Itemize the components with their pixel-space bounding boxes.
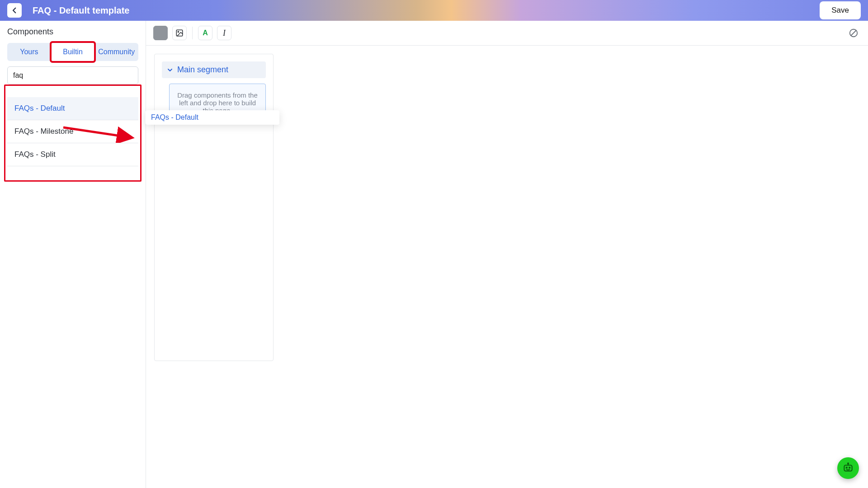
segment-title: Main segment <box>177 65 228 75</box>
no-symbol-icon <box>849 28 859 38</box>
image-icon <box>175 29 184 37</box>
text-color-icon: A <box>203 29 208 37</box>
image-tool-button[interactable] <box>172 26 187 40</box>
svg-point-7 <box>848 463 849 464</box>
chevron-down-icon <box>166 66 174 74</box>
tab-yours[interactable]: Yours <box>7 43 51 61</box>
component-source-tabs: Yours Builtin Community <box>7 43 138 61</box>
tab-builtin[interactable]: Builtin <box>51 43 95 61</box>
result-faqs-default[interactable]: FAQs - Default <box>7 97 138 120</box>
help-chat-fab[interactable] <box>837 457 859 479</box>
editor-main: A I Main segment Drag components from th… <box>146 21 868 488</box>
sidebar-title: Components <box>7 27 138 37</box>
italic-icon: I <box>223 28 226 38</box>
back-button[interactable] <box>7 3 22 18</box>
canvas-page: Main segment Drag components from the le… <box>154 54 274 361</box>
svg-point-8 <box>846 467 847 468</box>
chatbot-icon <box>842 462 854 474</box>
svg-point-9 <box>849 467 850 468</box>
text-color-button[interactable]: A <box>198 26 212 40</box>
segment-header[interactable]: Main segment <box>162 61 266 78</box>
search-results: FAQs - Default FAQs - Milestone FAQs - S… <box>7 97 138 166</box>
component-search-input[interactable] <box>7 66 138 84</box>
components-sidebar: Components Yours Builtin Community FAQs … <box>0 21 146 488</box>
segment-dropzone[interactable]: Drag components from the left and drop h… <box>169 84 266 124</box>
svg-point-2 <box>178 31 179 32</box>
page-title: FAQ - Default template <box>33 5 820 16</box>
italic-button[interactable]: I <box>217 26 231 40</box>
clear-formatting-button[interactable] <box>846 26 861 40</box>
app-header: FAQ - Default template Save <box>0 0 868 21</box>
toolbar-divider <box>192 27 193 39</box>
canvas-area: Main segment Drag components from the le… <box>146 46 868 488</box>
background-color-swatch[interactable] <box>153 26 168 40</box>
editor-toolbar: A I <box>146 21 868 46</box>
result-faqs-split[interactable]: FAQs - Split <box>7 143 138 166</box>
result-faqs-milestone[interactable]: FAQs - Milestone <box>7 120 138 143</box>
tab-community[interactable]: Community <box>94 43 138 61</box>
save-button[interactable]: Save <box>820 1 861 19</box>
svg-line-4 <box>851 31 856 36</box>
